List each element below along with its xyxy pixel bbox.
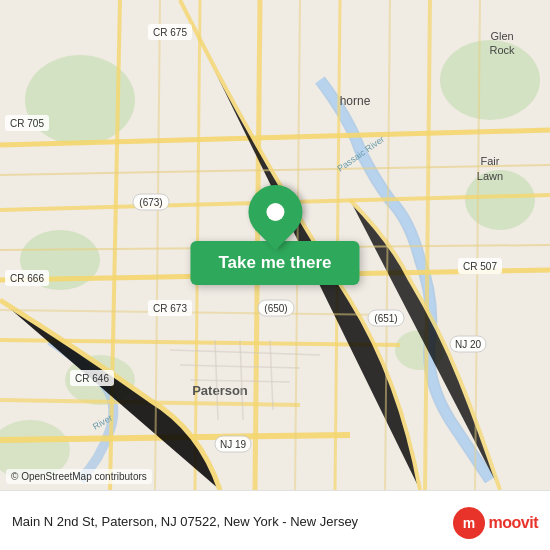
bottom-bar: Main N 2nd St, Paterson, NJ 07522, New Y… xyxy=(0,490,550,550)
svg-text:(673): (673) xyxy=(139,197,162,208)
moovit-logo-icon: m xyxy=(453,507,485,539)
svg-text:horne: horne xyxy=(340,94,371,108)
svg-text:m: m xyxy=(462,515,474,531)
svg-text:NJ 19: NJ 19 xyxy=(220,439,247,450)
svg-text:CR 507: CR 507 xyxy=(463,261,497,272)
svg-text:NJ 20: NJ 20 xyxy=(455,339,482,350)
address-text: Main N 2nd St, Paterson, NJ 07522, New Y… xyxy=(12,513,441,531)
location-pin-icon xyxy=(237,174,313,250)
svg-text:Rock: Rock xyxy=(489,44,515,56)
svg-text:CR 666: CR 666 xyxy=(10,273,44,284)
svg-text:CR 673: CR 673 xyxy=(153,303,187,314)
svg-text:(650): (650) xyxy=(264,303,287,314)
map-container: CR 675 CR 705 (673) CR 666 CR 673 (650) … xyxy=(0,0,550,490)
moovit-logo: m moovit xyxy=(453,507,538,539)
location-pin-inner xyxy=(266,203,284,221)
svg-text:Fair: Fair xyxy=(481,155,500,167)
svg-text:CR 675: CR 675 xyxy=(153,27,187,38)
svg-text:Lawn: Lawn xyxy=(477,170,503,182)
button-overlay: Take me there xyxy=(190,185,359,285)
osm-attribution-map: © OpenStreetMap contributors xyxy=(6,469,152,484)
svg-text:(651): (651) xyxy=(374,313,397,324)
bottom-info: Main N 2nd St, Paterson, NJ 07522, New Y… xyxy=(12,513,441,531)
moovit-brand-text: moovit xyxy=(489,514,538,532)
svg-text:Glen: Glen xyxy=(490,30,513,42)
svg-text:Paterson: Paterson xyxy=(192,383,248,398)
svg-text:CR 646: CR 646 xyxy=(75,373,109,384)
svg-text:CR 705: CR 705 xyxy=(10,118,44,129)
